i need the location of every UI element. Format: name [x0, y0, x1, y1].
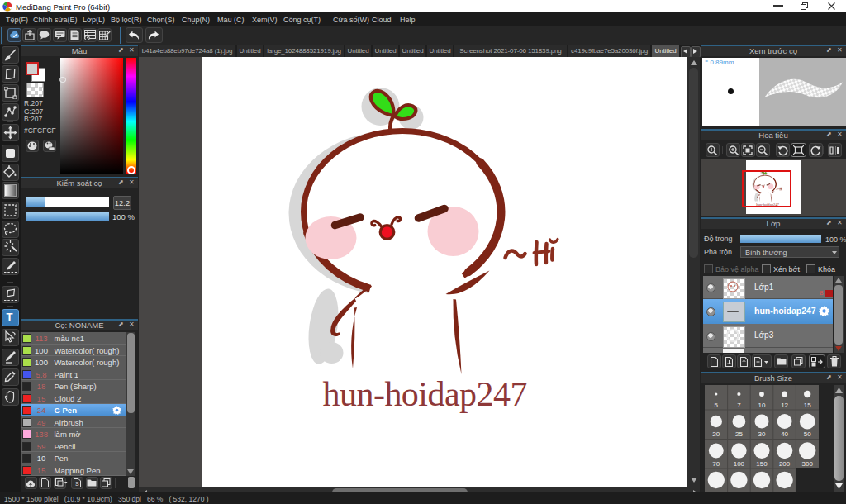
svg-text:70: 70 — [712, 460, 720, 468]
svg-text:5: 5 — [715, 402, 719, 409]
svg-text:25: 25 — [735, 430, 743, 438]
svg-text:10: 10 — [758, 402, 766, 409]
svg-text:150: 150 — [756, 460, 768, 468]
svg-text:20: 20 — [712, 430, 720, 438]
svg-text:30: 30 — [758, 430, 766, 438]
svg-text:50: 50 — [804, 430, 811, 438]
svg-text:40: 40 — [781, 430, 788, 438]
svg-text:300: 300 — [802, 460, 814, 468]
svg-text:200: 200 — [779, 460, 791, 468]
svg-text:7: 7 — [737, 402, 741, 409]
svg-text:S: S — [75, 481, 79, 487]
svg-text:15: 15 — [804, 402, 811, 409]
svg-text:100: 100 — [734, 460, 745, 468]
svg-text:hun-hoidap247: hun-hoidap247 — [322, 375, 527, 413]
svg-text:12: 12 — [781, 402, 788, 409]
